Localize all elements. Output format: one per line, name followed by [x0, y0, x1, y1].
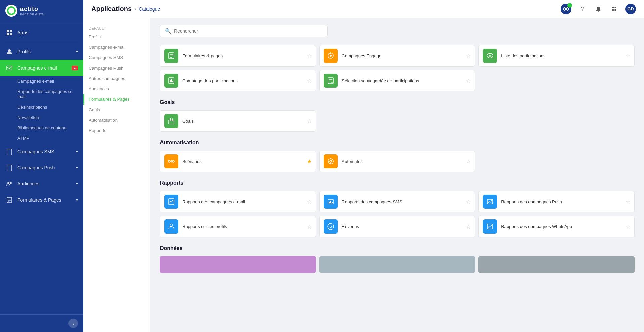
left-panel-audiences[interactable]: Audiences: [83, 84, 150, 94]
svg-rect-47: [169, 199, 174, 205]
left-panel-autres-campagnes[interactable]: Autres campagnes: [83, 73, 150, 84]
svg-point-41: [328, 159, 333, 164]
app-card-goals[interactable]: Goals ☆: [160, 110, 316, 132]
app-icon-rapports-profils: [164, 219, 178, 234]
app-star-formulaires-pages[interactable]: ☆: [307, 53, 312, 59]
left-panel-profils[interactable]: Profils: [83, 32, 150, 42]
app-star-rapports-whatsapp[interactable]: ☆: [626, 223, 630, 230]
logo-brand: actito: [20, 6, 44, 13]
app-card-rapports-push[interactable]: Rapports des campagnes Push ☆: [478, 191, 635, 212]
app-name-selection-sauvegardee: Sélection sauvegardée de participations: [342, 78, 462, 83]
left-panel-automatisation[interactable]: Automatisation: [83, 115, 150, 125]
left-panel-campagnes-push[interactable]: Campagnes Push: [83, 63, 150, 73]
svg-rect-55: [332, 202, 333, 203]
app-icon-rapports-email: [164, 195, 178, 209]
app-card-automates[interactable]: Automates ☆: [319, 151, 475, 172]
user-avatar[interactable]: GD: [625, 4, 636, 14]
app-card-rapports-sms[interactable]: Rapports des campagnes SMS ☆: [319, 191, 475, 212]
svg-rect-53: [329, 202, 330, 203]
sub-bibliotheques[interactable]: Bibliothèques de contenu: [0, 123, 83, 133]
sidebar-item-audiences-label: Audiences: [17, 181, 39, 186]
svg-line-58: [489, 201, 491, 202]
app-name-goals: Goals: [182, 119, 303, 124]
app-card-rapports-profils[interactable]: Rapports sur les profils ☆: [160, 216, 316, 237]
sidebar-item-apps-label: Apps: [17, 30, 28, 35]
app-star-rapports-push[interactable]: ☆: [626, 199, 630, 205]
sub-desinscriptions[interactable]: Désinscriptions: [0, 102, 83, 112]
app-name-rapports-sms: Rapports des campagnes SMS: [342, 199, 462, 204]
sidebar-item-campagnes-email[interactable]: Campagnes e-mail ▲: [0, 60, 83, 76]
sub-newsletters[interactable]: Newsletters: [0, 112, 83, 123]
left-panel-campagnes-email[interactable]: Campagnes e-mail: [83, 42, 150, 52]
svg-point-30: [490, 55, 491, 56]
sub-rapports-email[interactable]: Rapports des campagnes e-mail: [0, 86, 83, 102]
svg-rect-8: [7, 165, 12, 171]
app-card-donnees-1[interactable]: [160, 256, 316, 273]
sidebar-item-audiences[interactable]: Audiences ▾: [0, 176, 83, 192]
app-icon-campagnes-engage: [324, 49, 338, 63]
app-icon-selection-sauvegardee: [324, 74, 338, 88]
page-title: Applications: [91, 5, 132, 13]
svg-rect-21: [169, 53, 174, 59]
apps-grid-icon-button[interactable]: [609, 4, 620, 14]
svg-point-4: [8, 49, 11, 52]
app-card-campagnes-engage[interactable]: Campagnes Engage ☆: [319, 45, 475, 67]
sidebar-item-apps[interactable]: Apps: [0, 25, 83, 41]
app-star-liste-participations[interactable]: ☆: [626, 53, 630, 59]
app-star-comptage-participations[interactable]: ☆: [307, 78, 312, 84]
left-panel-rapports[interactable]: Rapports: [83, 125, 150, 136]
left-panel-formulaires-pages[interactable]: Formulaires & Pages: [83, 94, 150, 105]
app-card-selection-sauvegardee[interactable]: Sélection sauvegardée de participations …: [319, 70, 475, 91]
notification-icon-button[interactable]: [593, 4, 604, 14]
app-card-rapports-whatsapp[interactable]: Rapports des campagnes WhatsApp ☆: [478, 216, 635, 237]
svg-line-59: [491, 200, 492, 202]
app-card-donnees-2[interactable]: [319, 256, 475, 273]
sidebar-item-formulaires[interactable]: Formulaires & Pages ▾: [0, 192, 83, 208]
section-title-goals: Goals: [160, 99, 635, 106]
search-icon: 🔍: [165, 28, 171, 34]
svg-point-9: [7, 182, 9, 184]
app-name-rapports-profils: Rapports sur les profils: [182, 224, 303, 229]
app-card-formulaires-pages[interactable]: Formulaires & pages ☆: [160, 45, 316, 67]
sub-campagnes-email[interactable]: Campagnes e-mail: [0, 76, 83, 86]
app-card-rapports-email[interactable]: Rapports des campagnes e-mail ☆: [160, 191, 316, 212]
app-star-rapports-profils[interactable]: ☆: [307, 223, 312, 230]
app-star-automates[interactable]: ☆: [466, 158, 471, 165]
breadcrumb-link[interactable]: Catalogue: [139, 6, 160, 12]
campagnes-email-chevron: ▲: [72, 66, 78, 70]
audiences-chevron: ▾: [76, 181, 78, 186]
collapse-button[interactable]: ‹: [68, 319, 78, 328]
app-card-liste-participations[interactable]: Liste des participations ☆: [478, 45, 635, 67]
app-star-campagnes-engage[interactable]: ☆: [466, 53, 471, 59]
section-title-rapports: Rapports: [160, 180, 635, 186]
app-card-donnees-3[interactable]: [478, 256, 635, 273]
eye-icon-button[interactable]: [561, 4, 571, 14]
search-input[interactable]: [174, 28, 323, 34]
breadcrumb-separator: ›: [134, 6, 136, 12]
svg-point-10: [10, 182, 12, 184]
sidebar-item-profils[interactable]: Profils ▾: [0, 44, 83, 60]
app-star-rapports-email[interactable]: ☆: [307, 199, 312, 205]
app-star-rapports-sms[interactable]: ☆: [466, 199, 471, 205]
app-star-revenus[interactable]: ☆: [466, 223, 471, 230]
sidebar-item-sms-label: Campagnes SMS: [17, 149, 54, 154]
app-star-scenarios[interactable]: ★: [307, 158, 312, 165]
app-star-goals[interactable]: ☆: [307, 118, 312, 124]
svg-point-42: [330, 160, 332, 162]
apps-icon: [5, 29, 13, 37]
sms-chevron: ▾: [76, 149, 78, 154]
sub-atmp[interactable]: ATMP: [0, 133, 83, 143]
sidebar-item-campagnes-sms[interactable]: Campagnes SMS ▾: [0, 143, 83, 160]
app-star-selection-sauvegardee[interactable]: ☆: [466, 78, 471, 84]
left-panel-campagnes-sms[interactable]: Campagnes SMS: [83, 52, 150, 63]
app-card-comptage-participations[interactable]: Comptage des participations ☆: [160, 70, 316, 91]
rapports-apps-grid: Rapports des campagnes e-mail ☆ Rapports…: [160, 191, 635, 237]
left-panel-goals[interactable]: Goals: [83, 105, 150, 115]
app-card-revenus[interactable]: $ Revenus ☆: [319, 216, 475, 237]
sidebar-item-campagnes-push[interactable]: Campagnes Push ▾: [0, 160, 83, 176]
badge: [567, 3, 572, 8]
svg-point-39: [168, 160, 170, 162]
svg-rect-20: [615, 9, 616, 11]
app-card-scenarios[interactable]: Scénarios ★: [160, 151, 316, 172]
help-icon-button[interactable]: ?: [577, 4, 588, 14]
